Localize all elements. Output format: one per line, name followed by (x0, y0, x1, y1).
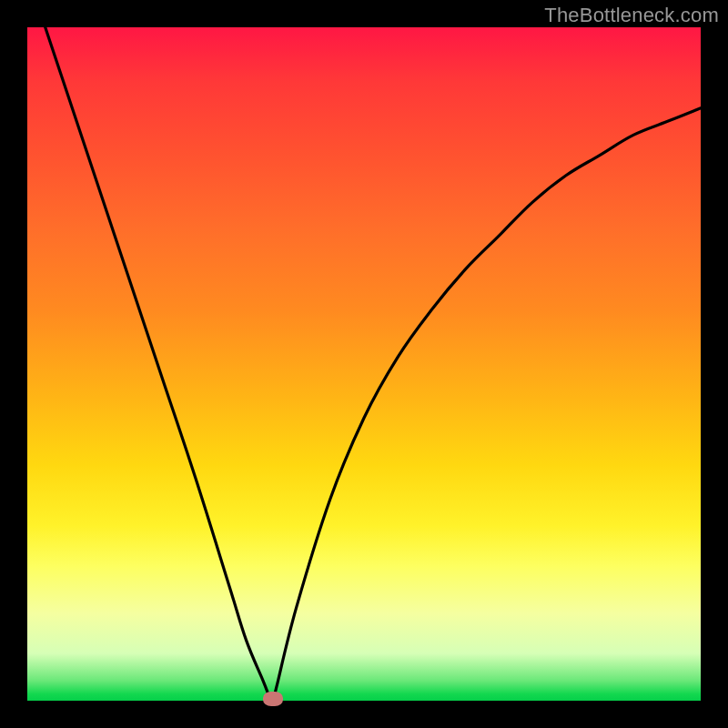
curve-svg (27, 27, 701, 701)
watermark-text: TheBottleneck.com (544, 4, 719, 27)
plot-area (27, 27, 701, 701)
bottleneck-curve (27, 27, 701, 701)
chart-frame: TheBottleneck.com (0, 0, 728, 728)
minimum-marker (263, 692, 283, 706)
